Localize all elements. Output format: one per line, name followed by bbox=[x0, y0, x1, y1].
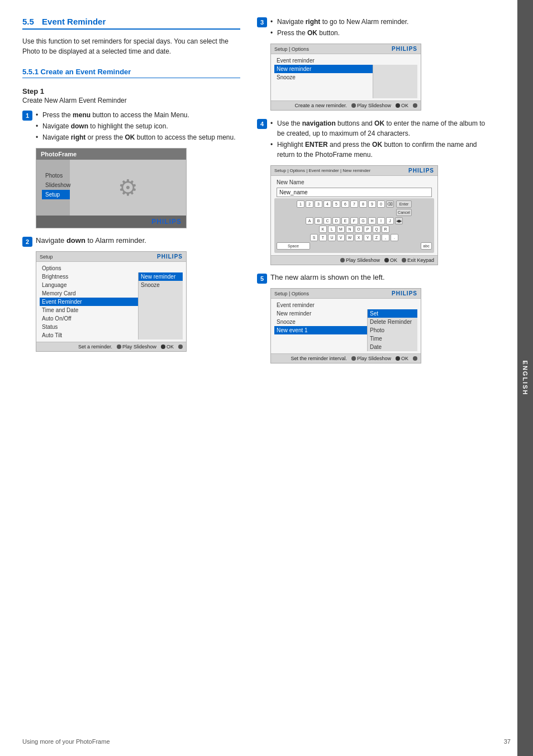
gear-icon: ⚙ bbox=[118, 175, 138, 200]
key-N[interactable]: N bbox=[346, 226, 354, 233]
menu-memory-card: Memory Card bbox=[40, 289, 138, 298]
key-H[interactable]: H bbox=[368, 217, 376, 224]
keyboard-row-3: K L M N O P Q R bbox=[277, 226, 432, 233]
key-3[interactable]: 3 bbox=[315, 200, 322, 208]
spacer bbox=[311, 242, 420, 250]
key-Z[interactable]: Z bbox=[373, 234, 380, 241]
ne-sub-delete: Delete Reminder bbox=[368, 318, 417, 326]
nn-input: New_name bbox=[277, 188, 432, 197]
key-1[interactable]: 1 bbox=[297, 200, 304, 208]
keyboard-row-4: S T U V W X Y Z , . bbox=[277, 234, 432, 241]
key-7[interactable]: 7 bbox=[350, 200, 358, 208]
setup-submenu: New reminder Snooze bbox=[138, 272, 183, 339]
key-T[interactable]: T bbox=[319, 234, 327, 241]
key-6[interactable]: 6 bbox=[341, 200, 349, 208]
key-W[interactable]: W bbox=[346, 234, 354, 241]
key-P[interactable]: P bbox=[364, 226, 372, 233]
key-backspace[interactable]: ⌫ bbox=[386, 200, 394, 208]
key-2[interactable]: 2 bbox=[306, 200, 313, 208]
key-M[interactable]: M bbox=[337, 226, 345, 233]
section-5-5-1-title: 5.5.1 Create an Event Reminder bbox=[22, 68, 240, 78]
key-S[interactable]: S bbox=[310, 234, 318, 241]
event-reminder-header: Setup | Options PHILIPS bbox=[271, 44, 421, 54]
ne-brand: PHILIPS bbox=[392, 290, 417, 296]
key-Y[interactable]: Y bbox=[364, 234, 372, 241]
ne-submenu: Set Delete Reminder Photo Time Date bbox=[367, 309, 417, 351]
key-J[interactable]: J bbox=[386, 217, 394, 224]
ne-path: Setup | Options bbox=[274, 291, 309, 296]
key-L[interactable]: L bbox=[328, 226, 336, 233]
bullet-3-list: Navigate right to go to New Alarm remind… bbox=[270, 17, 489, 38]
key-9[interactable]: 9 bbox=[368, 200, 376, 208]
bullet-3-item-1: Navigate right to go to New Alarm remind… bbox=[270, 17, 489, 27]
key-cancel[interactable]: Cancel bbox=[396, 209, 412, 216]
pf-footer: PHILIPS bbox=[36, 216, 186, 228]
ne-footer: Set the reminder interval. Play Slidesho… bbox=[271, 353, 421, 363]
key-A[interactable]: A bbox=[306, 217, 313, 224]
er-menu-left: New reminder Snooze bbox=[274, 65, 373, 98]
key-V[interactable]: V bbox=[337, 234, 345, 241]
pf-menu-slideshow: Slideshow bbox=[42, 180, 70, 190]
ne-ok-icon bbox=[396, 356, 400, 361]
key-comma[interactable]: , bbox=[382, 234, 389, 241]
bullet-1-num: 1 bbox=[22, 111, 32, 121]
key-O[interactable]: O bbox=[355, 226, 363, 233]
key-abc[interactable]: abc bbox=[421, 242, 432, 250]
bullet-5: 5 The new alarm is shown on the left. bbox=[257, 273, 489, 284]
key-I[interactable]: I bbox=[377, 217, 385, 224]
photoframe-screen: PhotoFrame Photos Slideshow Setup ⚙ PHIL… bbox=[36, 148, 187, 228]
nn-footer-exit: Exit Keypad bbox=[402, 257, 434, 263]
key-R[interactable]: R bbox=[382, 226, 389, 233]
er-footer-ok: OK bbox=[396, 103, 408, 108]
key-enter[interactable]: Enter bbox=[396, 200, 412, 208]
key-F[interactable]: F bbox=[350, 217, 358, 224]
nn-footer: Play Slideshow OK Exit Keypad bbox=[271, 255, 437, 265]
keyboard-row-2: A B C D E F G H I J ◀▶ bbox=[277, 217, 432, 224]
ne-snooze: Snooze bbox=[274, 318, 367, 326]
menu-auto-onoff: Auto On/Off bbox=[40, 314, 138, 323]
bullet-1: 1 Press the menu button to access the Ma… bbox=[22, 110, 240, 143]
ok-icon bbox=[161, 344, 165, 349]
keyboard-row-5: Space abc bbox=[277, 242, 432, 250]
key-B[interactable]: B bbox=[315, 217, 322, 224]
key-K[interactable]: K bbox=[319, 226, 327, 233]
ne-sub-photo: Photo bbox=[368, 326, 417, 334]
side-tab-text: ENGLISH bbox=[522, 361, 529, 396]
key-X[interactable]: X bbox=[355, 234, 363, 241]
key-period[interactable]: . bbox=[391, 234, 398, 241]
ne-section-label: Event reminder bbox=[274, 301, 417, 309]
ne-footer-text: Set the reminder interval. bbox=[291, 356, 347, 361]
key-C[interactable]: C bbox=[323, 217, 331, 224]
key-E[interactable]: E bbox=[341, 217, 349, 224]
nn-exit-icon bbox=[402, 258, 406, 262]
bullet-5-text: The new alarm is shown on the left. bbox=[270, 273, 385, 281]
menu-event-reminder: Event Reminder bbox=[40, 298, 138, 306]
bullet-1-list: Press the menu button to access the Main… bbox=[36, 110, 240, 142]
key-D[interactable]: D bbox=[332, 217, 340, 224]
ne-new-reminder: New reminder bbox=[274, 309, 367, 318]
bullet-2: 2 Navigate down to Alarm reminder. bbox=[22, 236, 240, 247]
pf-menu-setup: Setup bbox=[42, 190, 70, 199]
key-G[interactable]: G bbox=[359, 217, 367, 224]
keyboard: 1 2 3 4 5 6 7 8 9 0 ⌫ Enter bbox=[274, 198, 434, 253]
footer-play-slideshow: Play Slideshow bbox=[117, 344, 156, 350]
key-nav[interactable]: ◀▶ bbox=[395, 217, 403, 224]
step1-desc: Create New Alarm Event Reminder bbox=[22, 97, 240, 104]
key-0[interactable]: 0 bbox=[377, 200, 385, 208]
bullet-4-item-1: Use the navigation buttons and OK to ent… bbox=[270, 118, 489, 138]
key-Q[interactable]: Q bbox=[373, 226, 380, 233]
key-U[interactable]: U bbox=[328, 234, 336, 241]
key-space[interactable]: Space bbox=[277, 242, 310, 250]
key-4[interactable]: 4 bbox=[323, 200, 331, 208]
footer-ok: OK bbox=[161, 344, 174, 350]
bullet-4-list: Use the navigation buttons and OK to ent… bbox=[270, 118, 489, 160]
nn-brand: PHILIPS bbox=[408, 168, 434, 174]
er-brand: PHILIPS bbox=[392, 46, 417, 52]
key-8[interactable]: 8 bbox=[359, 200, 367, 208]
bullet-4-item-2: Highlight ENTER and press the OK button … bbox=[270, 140, 489, 160]
setup-screen-header: Setup PHILIPS bbox=[36, 252, 186, 262]
menu-status: Status bbox=[40, 323, 138, 331]
er-play-icon bbox=[351, 103, 356, 108]
page-footer: Using more of your PhotoFrame 37 bbox=[22, 738, 511, 745]
key-5[interactable]: 5 bbox=[332, 200, 340, 208]
